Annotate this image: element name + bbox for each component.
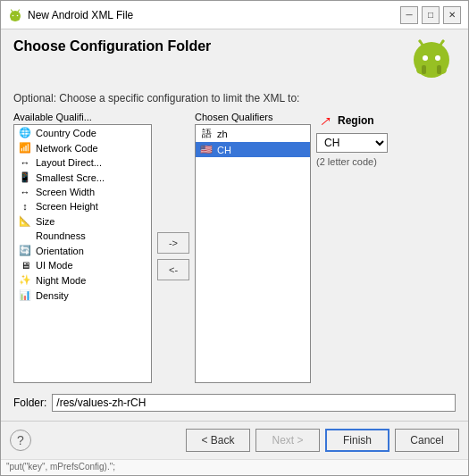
list-item-size[interactable]: 📐 Size	[14, 213, 151, 229]
smallest-screen-label: Smallest Scre...	[36, 172, 105, 183]
list-item-roundness[interactable]: Roundness	[14, 229, 151, 243]
svg-point-3	[17, 14, 19, 16]
size-label: Size	[36, 216, 54, 227]
region-hint: (2 letter code)	[316, 156, 456, 167]
title-bar-text: New Android XML File	[28, 9, 395, 21]
orientation-icon: 🔄	[18, 245, 32, 256]
region-arrow-indicator: →	[313, 108, 338, 133]
available-qualifiers-list[interactable]: 🌐 Country Code 📶 Network Code ↔ Layout D…	[13, 124, 152, 383]
svg-point-16	[423, 56, 427, 60]
ui-mode-label: UI Mode	[36, 260, 73, 271]
bottom-strip-text: "put("key", mPrefsConfig).";	[6, 462, 115, 472]
next-button[interactable]: Next >	[255, 429, 320, 452]
list-item-layout-direction[interactable]: ↔ Layout Direct...	[14, 155, 151, 170]
list-item-orientation[interactable]: 🔄 Orientation	[14, 243, 151, 258]
window-content: Choose Configuration Folder Optional	[1, 29, 468, 421]
zh-label: zh	[217, 129, 228, 139]
chosen-qualifiers-list[interactable]: 語 zh 🇺🇸 CH	[195, 124, 311, 383]
svg-rect-1	[11, 15, 20, 21]
country-code-icon: 🌐	[18, 127, 32, 138]
maximize-button[interactable]: □	[422, 6, 440, 24]
arrow-buttons-panel: -> <-	[157, 112, 189, 383]
cancel-button[interactable]: Cancel	[395, 429, 459, 452]
main-panel: Available Qualifi... 🌐 Country Code 📶 Ne…	[13, 112, 456, 383]
roundness-label: Roundness	[36, 230, 86, 241]
android-logo	[407, 35, 456, 83]
svg-rect-12	[422, 65, 426, 74]
region-panel: → Region CH US DE FR JP (2 letter code)	[316, 112, 456, 383]
window-icon	[8, 8, 22, 22]
list-item-country-code[interactable]: 🌐 Country Code	[14, 125, 151, 140]
help-button[interactable]: ?	[10, 430, 31, 451]
screen-height-icon: ↕	[18, 201, 32, 212]
svg-rect-13	[437, 65, 441, 74]
list-item-screen-height[interactable]: ↕ Screen Height	[14, 199, 151, 213]
bottom-strip: "put("key", mPrefsConfig).";	[1, 459, 468, 475]
size-icon: 📐	[18, 215, 32, 227]
screen-height-label: Screen Height	[36, 201, 98, 212]
screen-width-icon: ↔	[18, 187, 32, 197]
svg-point-14	[419, 40, 422, 43]
chosen-item-ch[interactable]: 🇺🇸 CH	[196, 142, 310, 157]
night-mode-icon: ✨	[18, 274, 32, 286]
ch-icon: 🇺🇸	[199, 144, 214, 155]
close-button[interactable]: ✕	[443, 6, 461, 24]
list-item-density[interactable]: 📊 Density	[14, 288, 151, 303]
back-button[interactable]: < Back	[186, 429, 250, 452]
orientation-label: Orientation	[36, 246, 84, 256]
density-label: Density	[36, 290, 69, 301]
folder-row: Folder:	[13, 394, 456, 412]
svg-rect-7	[416, 58, 447, 74]
smallest-screen-icon: 📱	[18, 171, 32, 183]
list-item-night-mode[interactable]: ✨ Night Mode	[14, 272, 151, 288]
dialog-header: Choose Configuration Folder	[13, 38, 456, 83]
available-qualifiers-section: Available Qualifi... 🌐 Country Code 📶 Ne…	[13, 112, 152, 383]
ch-label: CH	[217, 145, 231, 155]
description-text: Optional: Choose a specific configuratio…	[13, 92, 456, 104]
folder-label: Folder:	[13, 397, 46, 409]
region-label: Region	[338, 114, 374, 127]
list-item-network-code[interactable]: 📶 Network Code	[14, 140, 151, 155]
night-mode-label: Night Mode	[36, 275, 86, 286]
chosen-item-zh[interactable]: 語 zh	[196, 125, 310, 142]
svg-point-15	[442, 40, 445, 43]
chosen-qualifiers-label: Chosen Qualifiers	[195, 112, 311, 122]
layout-direction-label: Layout Direct...	[36, 157, 102, 168]
country-code-label: Country Code	[36, 128, 96, 138]
svg-point-17	[436, 56, 440, 60]
bottom-bar: ? < Back Next > Finish Cancel	[1, 421, 468, 459]
folder-input[interactable]	[52, 394, 456, 412]
zh-icon: 語	[199, 127, 214, 140]
list-item-ui-mode[interactable]: 🖥 UI Mode	[14, 258, 151, 272]
list-item-smallest-screen[interactable]: 📱 Smallest Scre...	[14, 170, 151, 185]
main-window: New Android XML File ─ □ ✕ Choose Config…	[0, 0, 469, 476]
chosen-qualifiers-section: Chosen Qualifiers 語 zh 🇺🇸 CH	[195, 112, 311, 383]
finish-button[interactable]: Finish	[325, 429, 389, 452]
title-bar: New Android XML File ─ □ ✕	[1, 1, 468, 29]
add-qualifier-button[interactable]: ->	[157, 232, 189, 254]
remove-qualifier-button[interactable]: <-	[157, 259, 189, 280]
dialog-title: Choose Configuration Folder	[13, 38, 211, 54]
screen-width-label: Screen Width	[36, 187, 95, 197]
svg-line-4	[12, 10, 13, 12]
network-code-label: Network Code	[36, 143, 98, 154]
list-item-screen-width[interactable]: ↔ Screen Width	[14, 185, 151, 199]
svg-point-2	[13, 14, 14, 16]
available-qualifiers-label: Available Qualifi...	[13, 112, 152, 122]
density-icon: 📊	[18, 289, 32, 301]
region-dropdown[interactable]: CH US DE FR JP	[316, 133, 388, 153]
svg-line-5	[18, 10, 20, 12]
layout-direction-icon: ↔	[18, 157, 32, 168]
network-code-icon: 📶	[18, 142, 32, 154]
title-bar-controls: ─ □ ✕	[400, 6, 461, 24]
ui-mode-icon: 🖥	[18, 260, 32, 271]
minimize-button[interactable]: ─	[400, 6, 418, 24]
